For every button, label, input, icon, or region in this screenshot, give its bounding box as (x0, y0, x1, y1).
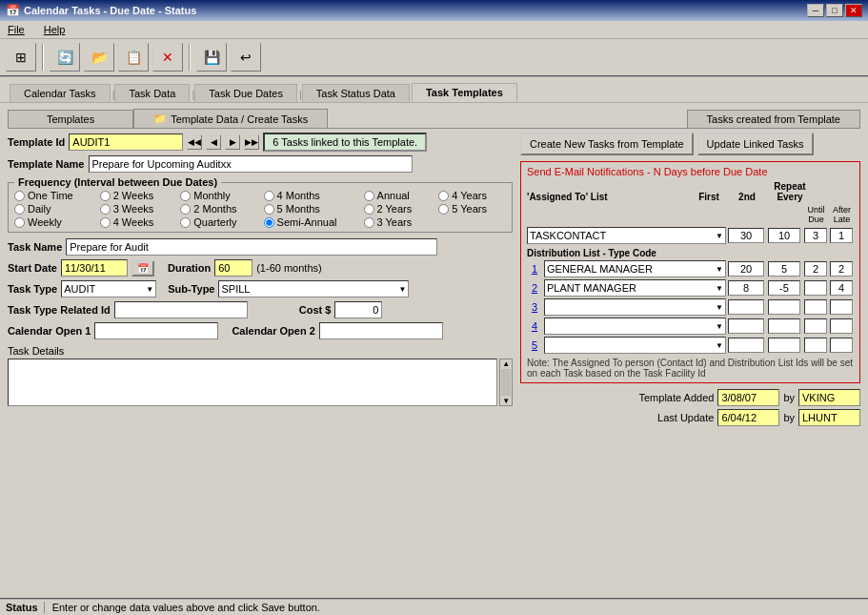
tab-task-templates[interactable]: Task Templates (412, 83, 517, 102)
last-update-by[interactable] (798, 409, 860, 426)
nav-next-button[interactable]: ▶ (225, 134, 240, 150)
tab-task-status-data[interactable]: Task Status Data (302, 84, 410, 102)
task-name-input[interactable] (66, 238, 437, 256)
open-button[interactable]: 📂 (84, 43, 114, 72)
assigned-after-input[interactable] (830, 228, 853, 243)
template-id-input[interactable] (69, 133, 183, 151)
dist-second-4[interactable] (768, 318, 800, 334)
dist-after-1[interactable] (830, 261, 853, 277)
template-name-input[interactable] (89, 155, 413, 173)
refresh-button[interactable]: 🔄 (50, 43, 80, 72)
freq-semiannual-radio[interactable] (264, 217, 274, 228)
calendar-button[interactable]: 📅 (131, 260, 154, 277)
copy-button[interactable]: 📋 (118, 43, 149, 72)
dist-second-3[interactable] (768, 299, 800, 315)
dist-second-1[interactable] (768, 261, 800, 277)
menu-file[interactable]: File (4, 23, 29, 36)
freq-daily-radio[interactable] (14, 204, 25, 215)
assigned-first-input[interactable] (728, 228, 764, 243)
inner-tab-tasks-from-template[interactable]: Tasks created from Template (687, 110, 860, 128)
freq-onetime-radio[interactable] (14, 191, 25, 201)
dist-num-3[interactable]: 3 (527, 301, 542, 313)
freq-weekly-radio[interactable] (14, 217, 25, 228)
dist-until-4[interactable] (804, 318, 827, 334)
calendar-open1-input[interactable] (94, 322, 218, 339)
freq-monthly-radio[interactable] (180, 191, 191, 201)
dist-until-1[interactable] (804, 261, 827, 277)
grid-button[interactable]: ⊞ (6, 43, 36, 72)
dist-first-5[interactable] (728, 338, 764, 353)
dist-num-4[interactable]: 4 (527, 320, 542, 332)
freq-3years-radio[interactable] (364, 217, 374, 228)
last-update-value[interactable] (717, 409, 779, 426)
close-button[interactable]: ✕ (845, 4, 862, 17)
dist-second-2[interactable] (768, 280, 800, 296)
calendar-open2-input[interactable] (319, 322, 443, 339)
freq-4months: 4 Months (264, 190, 356, 201)
dist-after-4[interactable] (830, 318, 853, 334)
dist-select-5[interactable]: ▼ (544, 337, 726, 354)
dist-after-3[interactable] (830, 299, 853, 315)
task-name-label: Task Name (8, 241, 62, 253)
inner-tab-template-data[interactable]: 📁 Template Data / Create Tasks (133, 109, 328, 128)
create-tasks-button[interactable]: Create New Tasks from Template (520, 133, 694, 155)
sub-type-select[interactable]: SPILL ▼ (218, 280, 409, 297)
nav-last-button[interactable]: ▶▶ (244, 134, 259, 150)
dist-select-2[interactable]: PLANT MANAGER ▼ (544, 279, 726, 297)
assigned-to-select[interactable]: TASKCONTACT ▼ (527, 227, 726, 244)
dist-first-2[interactable] (728, 280, 764, 296)
freq-3weeks-radio[interactable] (100, 204, 111, 215)
template-added-by[interactable] (798, 389, 860, 406)
dist-first-3[interactable] (728, 299, 764, 315)
dist-first-4[interactable] (728, 318, 764, 334)
dist-until-2[interactable] (804, 280, 827, 296)
freq-quarterly-radio[interactable] (180, 217, 191, 228)
dist-num-1[interactable]: 1 (527, 263, 542, 275)
freq-2weeks-radio[interactable] (100, 191, 111, 201)
menu-help[interactable]: Help (40, 23, 70, 36)
save-button[interactable]: 💾 (196, 43, 227, 72)
freq-5years-radio[interactable] (438, 204, 449, 215)
freq-2months-radio[interactable] (180, 204, 191, 215)
freq-4months-radio[interactable] (264, 191, 274, 201)
nav-first-button[interactable]: ◀◀ (187, 134, 202, 150)
dist-until-5[interactable] (804, 338, 827, 353)
freq-2years-radio[interactable] (364, 204, 374, 215)
tab-task-due-dates[interactable]: Task Due Dates (194, 84, 297, 102)
cost-input[interactable] (334, 301, 382, 318)
nav-prev-button[interactable]: ◀ (206, 134, 221, 150)
start-date-input[interactable] (61, 259, 128, 277)
freq-4years-radio[interactable] (438, 191, 449, 201)
delete-button[interactable]: ✕ (152, 43, 183, 72)
dist-after-5[interactable] (830, 338, 853, 353)
related-id-input[interactable] (114, 301, 248, 318)
assigned-second-input[interactable] (768, 228, 800, 243)
dist-second-5[interactable] (768, 338, 800, 353)
freq-4weeks-radio[interactable] (100, 217, 111, 228)
dist-first-1[interactable] (728, 261, 764, 277)
assigned-until-input[interactable] (804, 228, 827, 243)
maximize-button[interactable]: □ (826, 4, 843, 17)
template-added-value[interactable] (717, 389, 779, 406)
duration-input[interactable] (214, 259, 252, 277)
scroll-up-arrow[interactable]: ▲ (500, 359, 512, 368)
dist-after-2[interactable] (830, 280, 853, 296)
dist-select-3[interactable]: ▼ (544, 298, 726, 316)
dist-until-3[interactable] (804, 299, 827, 315)
minimize-button[interactable]: ─ (807, 4, 824, 17)
dist-num-5[interactable]: 5 (527, 339, 542, 351)
scroll-down-arrow[interactable]: ▼ (500, 397, 512, 405)
dist-select-1[interactable]: GENERAL MANAGER ▼ (544, 260, 726, 277)
dist-select-4[interactable]: ▼ (544, 318, 726, 335)
undo-button[interactable]: ↩ (231, 43, 261, 72)
task-type-select[interactable]: AUDIT ▼ (61, 280, 156, 297)
tab-calendar-tasks[interactable]: Calendar Tasks (10, 84, 111, 102)
dist-num-2[interactable]: 2 (527, 282, 542, 294)
freq-5months-radio[interactable] (264, 204, 274, 215)
update-linked-button[interactable]: Update Linked Tasks (697, 133, 814, 155)
tab-task-data[interactable]: Task Data (114, 84, 190, 102)
freq-annual-radio[interactable] (364, 191, 374, 201)
inner-tab-templates[interactable]: Templates (8, 110, 133, 128)
template-name-row: Template Name (8, 155, 513, 173)
task-details-input[interactable] (8, 359, 497, 406)
